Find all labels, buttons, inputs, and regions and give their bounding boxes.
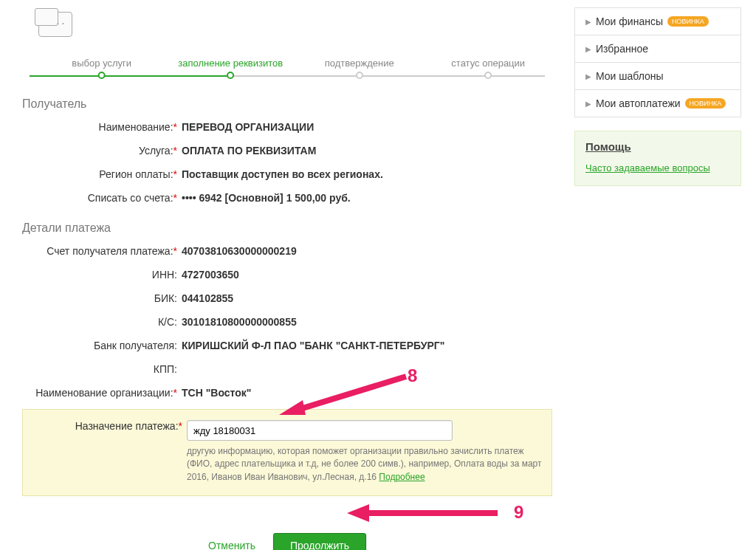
sidebar-item-templates[interactable]: ▶Мои шаблоны xyxy=(575,63,740,90)
name-label: Наименование: xyxy=(99,121,173,133)
bik-label: БИК: xyxy=(154,292,177,304)
svg-marker-3 xyxy=(347,504,369,522)
recip-acct-label: Счет получателя платежа: xyxy=(47,245,173,257)
account-label: Списать со счета: xyxy=(88,192,173,204)
region-label: Регион оплаты: xyxy=(99,168,173,180)
region-value: Поставщик доступен во всех регионах. xyxy=(182,168,552,180)
continue-button[interactable]: Продолжить xyxy=(273,533,366,550)
inn-label: ИНН: xyxy=(152,269,177,281)
card-icon: • • xyxy=(38,12,72,37)
recip-acct-value: 40703810630000000219 xyxy=(182,245,552,257)
chevron-right-icon: ▶ xyxy=(585,72,591,80)
bik-value: 044102855 xyxy=(182,292,552,304)
org-value: ТСН "Восток" xyxy=(182,387,552,399)
hint-more-link[interactable]: Подробнее xyxy=(379,472,425,482)
kpp-label: КПП: xyxy=(154,363,177,375)
sidebar-item-finances[interactable]: ▶Мои финансыНОВИНКА xyxy=(575,8,740,35)
help-title: Помощь xyxy=(585,140,730,153)
purpose-input[interactable] xyxy=(187,420,453,441)
help-box: Помощь Часто задаваемые вопросы xyxy=(574,131,741,186)
step-3-label: подтверждение xyxy=(325,58,394,69)
chevron-right-icon: ▶ xyxy=(585,18,591,26)
step-1-label: выбор услуги xyxy=(72,58,131,69)
service-value: ОПЛАТА ПО РЕКВИЗИТАМ xyxy=(182,145,552,157)
step-4-label: статус операции xyxy=(451,58,525,69)
service-label: Услуга: xyxy=(139,145,173,157)
account-value: •••• 6942 [Основной] 1 500,00 руб. xyxy=(182,192,552,204)
chevron-right-icon: ▶ xyxy=(585,100,591,108)
sidebar-item-favorites[interactable]: ▶Избранное xyxy=(575,35,740,63)
inn-value: 4727003650 xyxy=(182,269,552,281)
sidebar-item-label: Избранное xyxy=(596,43,648,55)
chevron-right-icon: ▶ xyxy=(585,45,591,53)
sidebar-item-autopayments[interactable]: ▶Мои автоплатежиНОВИНКА xyxy=(575,90,740,117)
annotation-arrow-9 xyxy=(343,502,512,524)
purpose-highlight: Назначение платежа:* другую информацию, … xyxy=(22,409,552,496)
new-badge: НОВИНКА xyxy=(685,98,726,109)
sidebar-menu: ▶Мои финансыНОВИНКА ▶Избранное ▶Мои шабл… xyxy=(574,7,741,117)
ks-label: К/С: xyxy=(158,316,177,328)
annotation-num-8: 8 xyxy=(408,365,417,386)
purpose-hint: другую информацию, которая поможет орган… xyxy=(187,445,547,484)
sidebar-item-label: Мои автоплатежи xyxy=(596,97,681,109)
ks-value: 30101810800000000855 xyxy=(182,316,552,328)
sidebar-item-label: Мои шаблоны xyxy=(596,70,664,82)
recipient-section-title: Получатель xyxy=(22,97,552,111)
annotation-num-9: 9 xyxy=(514,502,523,523)
cancel-button[interactable]: Отменить xyxy=(208,540,255,550)
purpose-label: Назначение платежа: xyxy=(75,420,179,432)
step-2-label: заполнение реквизитов xyxy=(178,58,283,69)
faq-link[interactable]: Часто задаваемые вопросы xyxy=(585,162,710,173)
org-label: Наименование организации: xyxy=(35,387,173,399)
details-section-title: Детали платежа xyxy=(22,221,552,235)
bank-label: Банк получателя: xyxy=(94,340,177,351)
bank-value: КИРИШСКИЙ Ф-Л ПАО "БАНК "САНКТ-ПЕТЕРБУРГ… xyxy=(182,340,552,351)
new-badge: НОВИНКА xyxy=(667,16,709,27)
progress-stepper: выбор услуги заполнение реквизитов подтв… xyxy=(30,58,545,80)
name-value: ПЕРЕВОД ОРГАНИЗАЦИИ xyxy=(182,121,552,133)
sidebar-item-label: Мои финансы xyxy=(596,16,663,27)
